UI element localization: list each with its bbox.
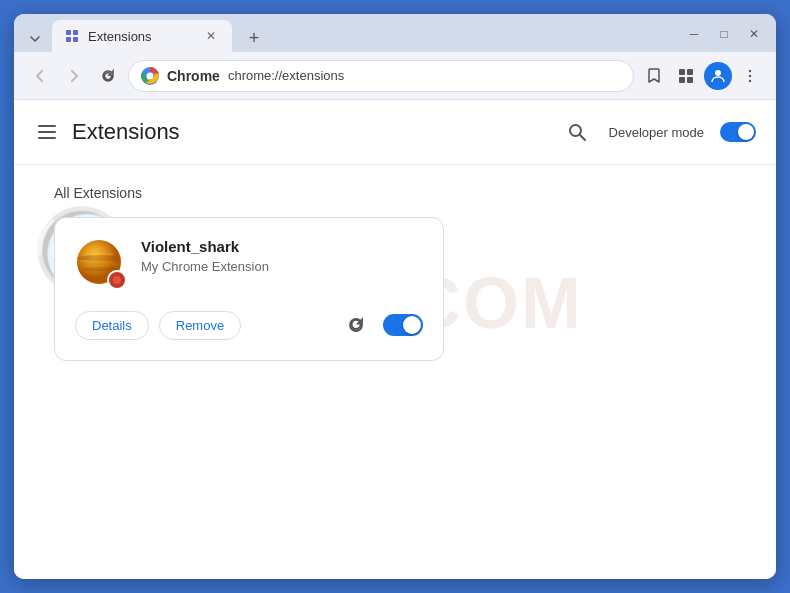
bookmark-button[interactable] xyxy=(640,62,668,90)
extensions-icon-button[interactable] xyxy=(672,62,700,90)
extensions-header-right: Developer mode xyxy=(561,116,756,148)
page-title: Extensions xyxy=(72,119,180,145)
extension-badge xyxy=(107,270,127,290)
svg-point-17 xyxy=(77,255,121,261)
extension-buttons: Details Remove xyxy=(75,311,341,340)
url-bar[interactable]: Chrome chrome://extensions xyxy=(128,60,634,92)
svg-rect-9 xyxy=(687,77,693,83)
hamburger-line-1 xyxy=(38,125,56,127)
svg-rect-6 xyxy=(679,69,685,75)
extensions-header: Extensions Developer mode xyxy=(14,100,776,165)
browser-window: Extensions ✕ + ─ □ ✕ xyxy=(14,14,776,579)
svg-line-15 xyxy=(580,135,585,140)
minimize-button[interactable]: ─ xyxy=(680,22,708,46)
extension-description: My Chrome Extension xyxy=(141,259,269,274)
profile-button[interactable] xyxy=(704,62,732,90)
close-button[interactable]: ✕ xyxy=(740,22,768,46)
extension-action-right xyxy=(341,310,423,340)
tab-bar: Extensions ✕ + ─ □ ✕ xyxy=(14,14,776,52)
extensions-header-left: Extensions xyxy=(34,119,180,145)
extension-text: Violent_shark My Chrome Extension xyxy=(141,238,269,274)
tab-dropdown-button[interactable] xyxy=(22,26,48,52)
remove-button[interactable]: Remove xyxy=(159,311,241,340)
reload-page-button[interactable] xyxy=(94,62,122,90)
tab-close-button[interactable]: ✕ xyxy=(202,27,220,45)
details-button[interactable]: Details xyxy=(75,311,149,340)
hamburger-line-3 xyxy=(38,137,56,139)
forward-button[interactable] xyxy=(60,62,88,90)
maximize-button[interactable]: □ xyxy=(710,22,738,46)
svg-rect-2 xyxy=(66,37,71,42)
search-extensions-button[interactable] xyxy=(561,116,593,148)
tab-favicon xyxy=(64,28,80,44)
svg-point-12 xyxy=(749,74,751,76)
svg-point-13 xyxy=(749,79,751,81)
active-tab[interactable]: Extensions ✕ xyxy=(52,20,232,52)
tab-bar-left xyxy=(22,26,48,52)
extensions-body: 🔍 RISK.COM All Extensions xyxy=(14,165,776,381)
address-bar: Chrome chrome://extensions xyxy=(14,52,776,100)
svg-point-10 xyxy=(715,70,721,76)
extension-enable-toggle[interactable] xyxy=(383,314,423,336)
extension-icon-wrap xyxy=(75,238,127,290)
extension-info-row: Violent_shark My Chrome Extension xyxy=(75,238,423,290)
svg-rect-8 xyxy=(679,77,685,83)
developer-mode-label: Developer mode xyxy=(609,125,704,140)
reload-extension-button[interactable] xyxy=(341,310,371,340)
svg-rect-0 xyxy=(66,30,71,35)
back-button[interactable] xyxy=(26,62,54,90)
page-content: Extensions Developer mode 🔍 RISK.COM All… xyxy=(14,100,776,579)
developer-mode-toggle[interactable] xyxy=(720,122,756,142)
svg-rect-1 xyxy=(73,30,78,35)
svg-point-18 xyxy=(79,262,119,267)
svg-rect-3 xyxy=(73,37,78,42)
address-bar-actions xyxy=(640,62,764,90)
hamburger-button[interactable] xyxy=(34,121,60,143)
extension-card: Violent_shark My Chrome Extension Detail… xyxy=(54,217,444,361)
chrome-menu-button[interactable] xyxy=(736,62,764,90)
svg-point-5 xyxy=(147,72,154,79)
new-tab-button[interactable]: + xyxy=(240,24,268,52)
extension-actions: Details Remove xyxy=(75,310,423,340)
url-text: chrome://extensions xyxy=(228,68,621,83)
hamburger-line-2 xyxy=(38,131,56,133)
chrome-logo-icon xyxy=(141,67,159,85)
window-controls: ─ □ ✕ xyxy=(680,22,768,52)
all-extensions-label: All Extensions xyxy=(54,185,736,201)
badge-inner xyxy=(113,276,121,284)
tab-title: Extensions xyxy=(88,29,194,44)
extension-name: Violent_shark xyxy=(141,238,269,255)
svg-rect-7 xyxy=(687,69,693,75)
chrome-label: Chrome xyxy=(167,68,220,84)
svg-point-11 xyxy=(749,69,751,71)
svg-point-20 xyxy=(84,253,114,256)
